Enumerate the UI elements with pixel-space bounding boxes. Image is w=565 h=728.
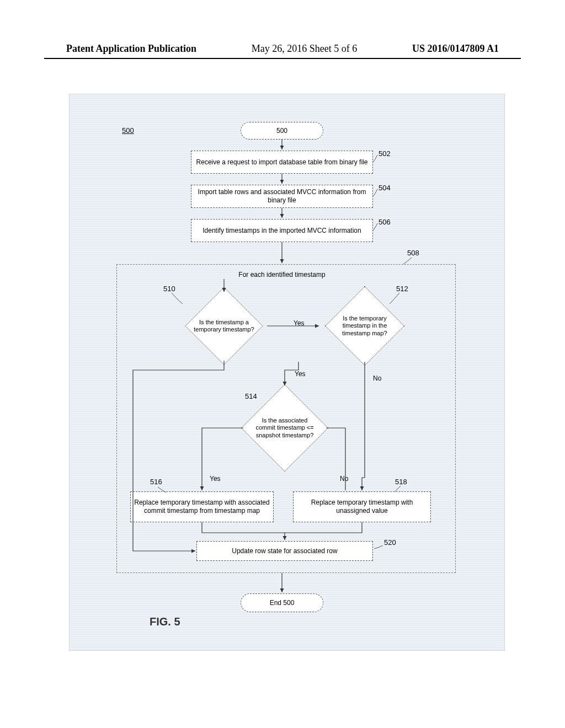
ref-506: 506: [379, 218, 391, 226]
decision-514-text: Is the associated commit timestamp <= sn…: [252, 417, 318, 439]
end-label: End 500: [270, 599, 295, 607]
process-516-text: Replace temporary timestamp with associa…: [134, 499, 270, 515]
loop-title: For each identified timestamp: [218, 271, 345, 279]
process-502: Receive a request to import database tab…: [191, 151, 373, 174]
header-left: Patent Application Publication: [66, 43, 196, 55]
ref-502: 502: [379, 149, 391, 158]
process-506-text: Identify timestamps in the imported MVCC…: [202, 227, 361, 235]
ref-504: 504: [379, 184, 391, 192]
process-518-text: Replace temporary timestamp with unassig…: [297, 499, 427, 515]
ref-518: 518: [395, 478, 407, 486]
start-node: 500: [241, 122, 323, 140]
figure-label: FIG. 5: [150, 615, 180, 628]
process-504: Import table rows and associated MVCC in…: [191, 185, 373, 208]
process-520: Update row state for associated row: [196, 541, 373, 561]
ref-500-main: 500: [122, 126, 134, 135]
decision-514: Is the associated commit timestamp <= sn…: [241, 384, 329, 472]
ref-520: 520: [384, 538, 396, 547]
ref-510: 510: [163, 285, 175, 293]
header-rule: [44, 58, 521, 59]
end-node: End 500: [241, 593, 323, 612]
page-header: Patent Application Publication May 26, 2…: [0, 43, 565, 55]
process-504-text: Import table rows and associated MVCC in…: [195, 188, 369, 205]
process-502-text: Receive a request to import database tab…: [196, 158, 368, 167]
ref-516: 516: [150, 478, 162, 486]
edge-yes-512: Yes: [295, 370, 306, 378]
header-right: US 2016/0147809 A1: [412, 43, 499, 55]
decision-510: Is the timestamp a temporary timestamp?: [180, 290, 268, 362]
process-516: Replace temporary timestamp with associa…: [130, 491, 274, 522]
edge-yes-514: Yes: [210, 475, 221, 483]
decision-512: Is the temporary timestamp in the timest…: [318, 290, 412, 362]
edge-no-512: No: [373, 374, 381, 382]
decision-510-text: Is the timestamp a temporary timestamp?: [194, 319, 254, 333]
process-520-text: Update row state for associated row: [232, 547, 337, 555]
edge-yes-510: Yes: [294, 319, 305, 327]
header-center: May 26, 2016 Sheet 5 of 6: [252, 43, 357, 55]
figure-area: 500 500 Receive a request to import data…: [69, 94, 505, 651]
process-518: Replace temporary timestamp with unassig…: [293, 491, 431, 522]
process-506: Identify timestamps in the imported MVCC…: [191, 219, 373, 242]
start-label: 500: [276, 127, 287, 135]
ref-508: 508: [407, 249, 419, 257]
edge-no-514: No: [340, 475, 348, 483]
decision-512-text: Is the temporary timestamp in the timest…: [329, 315, 401, 337]
